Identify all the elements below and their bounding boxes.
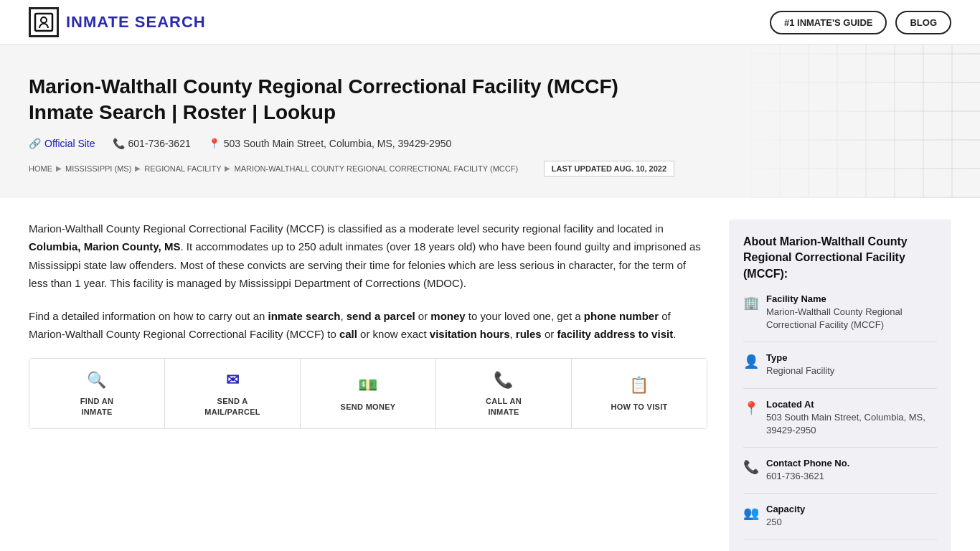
- official-site-link[interactable]: 🔗 Official Site: [29, 138, 95, 149]
- breadcrumb-type[interactable]: REGIONAL FACILITY: [144, 164, 221, 173]
- breadcrumb-sep-2: ▶: [135, 164, 141, 172]
- breadcrumb-home[interactable]: HOME: [29, 164, 52, 173]
- phone-icon: 📞: [494, 370, 513, 391]
- hero-background: [750, 45, 980, 198]
- header: INMATE SEARCH #1 INMATE'S GUIDE BLOG: [0, 0, 980, 45]
- breadcrumb-state[interactable]: MISSISSIPPI (MS): [65, 164, 131, 173]
- action-buttons: 🔍 FIND AN INMATE ✉ SEND A MAIL/PARCEL 💵 …: [29, 358, 707, 429]
- breadcrumb-facility[interactable]: MARION-WALTHALL COUNTY REGIONAL CORRECTI…: [234, 164, 518, 173]
- type-icon: 👤: [743, 354, 759, 369]
- breadcrumb-sep-3: ▶: [225, 164, 230, 172]
- link-icon: 🔗: [29, 138, 41, 149]
- logo-text: INMATE SEARCH: [66, 13, 206, 32]
- location-value: 503 South Main Street, Columbia, MS, 394…: [766, 411, 937, 437]
- description-paragraph-2: Find a detailed information on how to ca…: [29, 307, 707, 344]
- hero-meta: 🔗 Official Site 📞 601-736-3621 📍 503 Sou…: [29, 138, 674, 149]
- header-nav: #1 INMATE'S GUIDE BLOG: [770, 11, 951, 34]
- phone-label: Contact Phone No.: [766, 458, 849, 468]
- call-inmate-button[interactable]: 📞 CALL AN INMATE: [436, 359, 572, 428]
- logo-icon: [29, 7, 59, 37]
- svg-point-1: [41, 17, 47, 23]
- sidebar-item-capacity: 👥 Capacity 250: [743, 504, 937, 540]
- phone-value: 601-736-3621: [766, 470, 849, 483]
- phone-icon: 📞: [743, 459, 759, 475]
- send-money-button[interactable]: 💵 SEND MONEY: [301, 359, 436, 428]
- capacity-value: 250: [766, 516, 805, 529]
- breadcrumb: HOME ▶ MISSISSIPPI (MS) ▶ REGIONAL FACIL…: [29, 164, 518, 173]
- hero-section: Marion-Walthall County Regional Correcti…: [0, 45, 980, 198]
- phone-meta: 📞 601-736-3621: [113, 138, 191, 149]
- building-icon: 🏢: [743, 295, 759, 311]
- facility-name-label: Facility Name: [766, 293, 937, 304]
- logo-link[interactable]: INMATE SEARCH: [29, 7, 206, 37]
- capacity-icon: 👥: [743, 505, 759, 521]
- main-content: Marion-Walthall County Regional Correcti…: [0, 198, 980, 551]
- sidebar-item-location: 📍 Located At 503 South Main Street, Colu…: [743, 399, 937, 448]
- search-icon: 🔍: [87, 370, 106, 391]
- sidebar: About Marion-Walthall County Regional Co…: [729, 220, 951, 551]
- sidebar-card: About Marion-Walthall County Regional Co…: [729, 220, 951, 551]
- breadcrumb-row: HOME ▶ MISSISSIPPI (MS) ▶ REGIONAL FACIL…: [29, 161, 674, 176]
- description-paragraph-1: Marion-Walthall County Regional Correcti…: [29, 220, 707, 293]
- guide-button[interactable]: #1 INMATE'S GUIDE: [770, 11, 887, 34]
- location-icon: 📍: [208, 138, 220, 149]
- how-to-visit-button[interactable]: 📋 HOW TO VISIT: [572, 359, 707, 428]
- facility-name-value: Marion-Walthall County Regional Correcti…: [766, 306, 937, 331]
- content-left: Marion-Walthall County Regional Correcti…: [29, 220, 707, 551]
- mail-icon: ✉: [226, 370, 239, 391]
- phone-icon: 📞: [113, 138, 125, 149]
- page-title: Marion-Walthall County Regional Correcti…: [29, 74, 674, 126]
- sidebar-item-phone: 📞 Contact Phone No. 601-736-3621: [743, 458, 937, 494]
- location-label: Located At: [766, 399, 937, 410]
- type-label: Type: [766, 352, 834, 363]
- last-updated-badge: LAST UPDATED AUG. 10, 2022: [544, 161, 674, 176]
- send-mail-button[interactable]: ✉ SEND A MAIL/PARCEL: [165, 359, 301, 428]
- list-icon: 📋: [629, 375, 649, 396]
- sidebar-item-facility-name: 🏢 Facility Name Marion-Walthall County R…: [743, 293, 937, 342]
- type-value: Regional Facility: [766, 364, 834, 377]
- location-icon: 📍: [743, 400, 759, 416]
- hero-content: Marion-Walthall County Regional Correcti…: [29, 74, 674, 176]
- sidebar-item-type: 👤 Type Regional Facility: [743, 352, 937, 388]
- sidebar-title: About Marion-Walthall County Regional Co…: [743, 234, 937, 282]
- capacity-label: Capacity: [766, 504, 805, 514]
- money-icon: 💵: [358, 375, 377, 396]
- address-meta: 📍 503 South Main Street, Columbia, MS, 3…: [208, 138, 452, 149]
- breadcrumb-sep-1: ▶: [56, 164, 62, 172]
- blog-button[interactable]: BLOG: [895, 11, 951, 34]
- find-inmate-button[interactable]: 🔍 FIND AN INMATE: [29, 359, 165, 428]
